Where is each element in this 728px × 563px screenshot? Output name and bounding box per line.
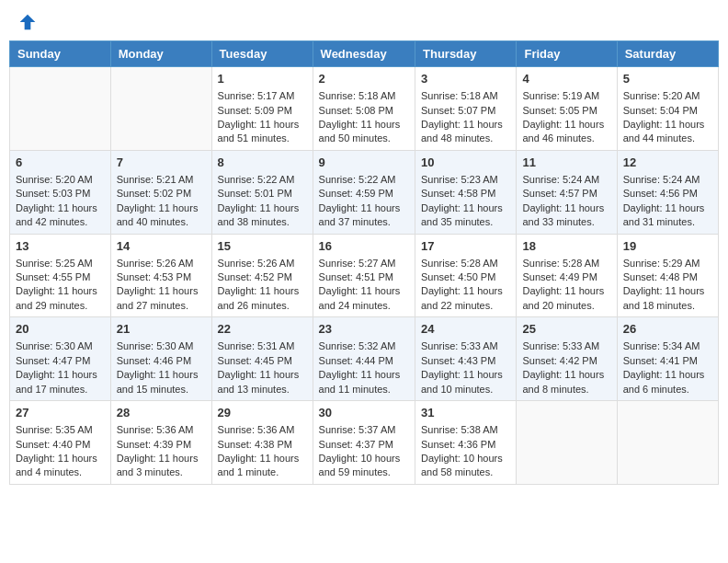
cell-content: 20Sunrise: 5:30 AMSunset: 4:47 PMDayligh… [16, 321, 105, 396]
cell-content: 24Sunrise: 5:33 AMSunset: 4:43 PMDayligh… [421, 321, 510, 396]
cell-content: 5Sunrise: 5:20 AMSunset: 5:04 PMDaylight… [623, 71, 712, 146]
sunrise-text: Sunrise: 5:33 AM [522, 339, 610, 353]
sunset-text: Sunset: 4:36 PM [421, 438, 510, 452]
day-number: 14 [117, 238, 206, 255]
calendar-cell [617, 401, 718, 485]
daylight-text: Daylight: 11 hours and 44 minutes. [623, 118, 712, 146]
daylight-text: Daylight: 11 hours and 15 minutes. [117, 368, 206, 396]
cell-content: 14Sunrise: 5:26 AMSunset: 4:53 PMDayligh… [117, 238, 206, 314]
week-row-2: 6Sunrise: 5:20 AMSunset: 5:03 PMDaylight… [10, 150, 719, 234]
daylight-text: Daylight: 11 hours and 35 minutes. [421, 201, 510, 230]
day-number: 20 [16, 321, 105, 338]
sunset-text: Sunset: 4:51 PM [319, 270, 409, 284]
day-number: 16 [319, 238, 409, 255]
cell-content: 6Sunrise: 5:20 AMSunset: 5:03 PMDaylight… [16, 155, 105, 230]
day-number: 5 [623, 71, 712, 87]
logo-icon [18, 13, 37, 31]
sunset-text: Sunset: 4:47 PM [16, 354, 105, 368]
weekday-header-friday: Friday [517, 41, 617, 67]
sunrise-text: Sunrise: 5:24 AM [522, 173, 610, 187]
sunset-text: Sunset: 4:52 PM [218, 270, 307, 284]
calendar-cell: 18Sunrise: 5:28 AMSunset: 4:49 PMDayligh… [517, 234, 617, 317]
day-number: 10 [421, 155, 510, 171]
week-row-3: 13Sunrise: 5:25 AMSunset: 4:55 PMDayligh… [10, 234, 719, 317]
cell-content: 8Sunrise: 5:22 AMSunset: 5:01 PMDaylight… [218, 155, 307, 230]
day-number: 3 [421, 71, 510, 87]
sunrise-text: Sunrise: 5:33 AM [421, 339, 510, 353]
daylight-text: Daylight: 11 hours and 42 minutes. [16, 201, 105, 230]
calendar-cell: 29Sunrise: 5:36 AMSunset: 4:38 PMDayligh… [211, 401, 313, 485]
cell-content: 30Sunrise: 5:37 AMSunset: 4:37 PMDayligh… [319, 405, 409, 480]
sunrise-text: Sunrise: 5:26 AM [117, 257, 206, 270]
sunset-text: Sunset: 4:43 PM [421, 354, 510, 368]
cell-content: 7Sunrise: 5:21 AMSunset: 5:02 PMDaylight… [117, 155, 206, 230]
sunrise-text: Sunrise: 5:17 AM [218, 89, 307, 103]
cell-content: 3Sunrise: 5:18 AMSunset: 5:07 PMDaylight… [421, 71, 510, 146]
sunrise-text: Sunrise: 5:26 AM [218, 257, 307, 270]
day-number: 19 [623, 238, 712, 255]
cell-content: 13Sunrise: 5:25 AMSunset: 4:55 PMDayligh… [16, 238, 105, 314]
cell-content: 18Sunrise: 5:28 AMSunset: 4:49 PMDayligh… [522, 238, 610, 314]
calendar-cell: 12Sunrise: 5:24 AMSunset: 4:56 PMDayligh… [617, 150, 718, 234]
cell-content: 2Sunrise: 5:18 AMSunset: 5:08 PMDaylight… [319, 71, 409, 146]
cell-content: 10Sunrise: 5:23 AMSunset: 4:58 PMDayligh… [421, 155, 510, 230]
daylight-text: Daylight: 11 hours and 8 minutes. [522, 368, 610, 396]
weekday-header-row: SundayMondayTuesdayWednesdayThursdayFrid… [10, 41, 719, 67]
weekday-header-monday: Monday [110, 41, 211, 67]
day-number: 24 [421, 321, 510, 338]
day-number: 17 [421, 238, 510, 255]
sunrise-text: Sunrise: 5:34 AM [623, 339, 712, 353]
sunrise-text: Sunrise: 5:19 AM [522, 89, 610, 103]
weekday-header-thursday: Thursday [415, 41, 517, 67]
sunrise-text: Sunrise: 5:37 AM [319, 423, 409, 437]
sunset-text: Sunset: 4:42 PM [522, 354, 610, 368]
sunrise-text: Sunrise: 5:38 AM [421, 423, 510, 437]
week-row-5: 27Sunrise: 5:35 AMSunset: 4:40 PMDayligh… [10, 401, 719, 485]
sunset-text: Sunset: 4:56 PM [623, 187, 712, 201]
sunset-text: Sunset: 4:48 PM [623, 270, 712, 284]
sunrise-text: Sunrise: 5:24 AM [623, 173, 712, 187]
weekday-header-sunday: Sunday [10, 41, 111, 67]
sunset-text: Sunset: 4:49 PM [522, 270, 610, 284]
calendar-cell: 2Sunrise: 5:18 AMSunset: 5:08 PMDaylight… [313, 67, 415, 151]
cell-content: 26Sunrise: 5:34 AMSunset: 4:41 PMDayligh… [623, 321, 712, 396]
sunrise-text: Sunrise: 5:28 AM [522, 257, 610, 270]
calendar-table: SundayMondayTuesdayWednesdayThursdayFrid… [9, 40, 719, 485]
daylight-text: Daylight: 11 hours and 50 minutes. [319, 118, 409, 146]
sunset-text: Sunset: 5:02 PM [117, 187, 206, 201]
calendar-cell: 7Sunrise: 5:21 AMSunset: 5:02 PMDaylight… [110, 150, 211, 234]
calendar-cell: 10Sunrise: 5:23 AMSunset: 4:58 PMDayligh… [415, 150, 517, 234]
calendar-cell: 3Sunrise: 5:18 AMSunset: 5:07 PMDaylight… [415, 67, 517, 151]
sunrise-text: Sunrise: 5:28 AM [421, 257, 510, 270]
day-number: 21 [117, 321, 206, 338]
daylight-text: Daylight: 11 hours and 18 minutes. [623, 284, 712, 313]
logo [17, 13, 37, 31]
calendar-cell [110, 67, 211, 151]
sunset-text: Sunset: 5:05 PM [522, 104, 610, 118]
cell-content: 19Sunrise: 5:29 AMSunset: 4:48 PMDayligh… [623, 238, 712, 314]
daylight-text: Daylight: 11 hours and 11 minutes. [319, 368, 409, 396]
calendar-cell: 11Sunrise: 5:24 AMSunset: 4:57 PMDayligh… [517, 150, 617, 234]
sunrise-text: Sunrise: 5:31 AM [218, 339, 307, 353]
sunset-text: Sunset: 5:03 PM [16, 187, 105, 201]
cell-content: 17Sunrise: 5:28 AMSunset: 4:50 PMDayligh… [421, 238, 510, 314]
calendar-cell: 5Sunrise: 5:20 AMSunset: 5:04 PMDaylight… [617, 67, 718, 151]
calendar-cell [10, 67, 111, 151]
calendar-cell: 13Sunrise: 5:25 AMSunset: 4:55 PMDayligh… [10, 234, 111, 317]
calendar-cell: 25Sunrise: 5:33 AMSunset: 4:42 PMDayligh… [517, 317, 617, 401]
calendar-cell: 16Sunrise: 5:27 AMSunset: 4:51 PMDayligh… [313, 234, 415, 317]
calendar-cell: 28Sunrise: 5:36 AMSunset: 4:39 PMDayligh… [110, 401, 211, 485]
sunset-text: Sunset: 4:57 PM [522, 187, 610, 201]
sunrise-text: Sunrise: 5:18 AM [421, 89, 510, 103]
daylight-text: Daylight: 11 hours and 51 minutes. [218, 118, 307, 146]
daylight-text: Daylight: 10 hours and 58 minutes. [421, 452, 510, 480]
page-header [9, 9, 719, 35]
daylight-text: Daylight: 11 hours and 40 minutes. [117, 201, 206, 230]
day-number: 6 [16, 155, 105, 171]
cell-content: 31Sunrise: 5:38 AMSunset: 4:36 PMDayligh… [421, 405, 510, 480]
sunrise-text: Sunrise: 5:23 AM [421, 173, 510, 187]
cell-content: 28Sunrise: 5:36 AMSunset: 4:39 PMDayligh… [117, 405, 206, 480]
sunrise-text: Sunrise: 5:18 AM [319, 89, 409, 103]
calendar-cell: 23Sunrise: 5:32 AMSunset: 4:44 PMDayligh… [313, 317, 415, 401]
calendar-cell: 22Sunrise: 5:31 AMSunset: 4:45 PMDayligh… [211, 317, 313, 401]
